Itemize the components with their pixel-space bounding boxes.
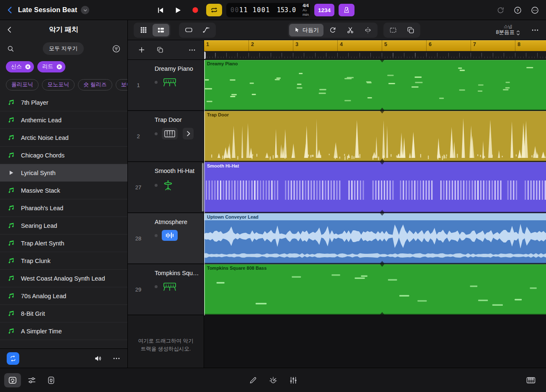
category-pill-1[interactable]: 모노포닉 [42,79,75,90]
patch-item-7th-player[interactable]: 7th Player [0,94,127,111]
audio-waveform-icon[interactable] [162,230,178,241]
patch-item-8-bit-grit[interactable]: 8-Bit Grit [0,305,127,322]
track-lane-27: Smooth Hi-Hat [204,162,546,213]
remove-filter-icon[interactable] [56,63,63,70]
tempo-display[interactable]: 153.0 [277,6,296,14]
panel-back-button[interactable] [6,26,13,34]
remove-filter-icon[interactable] [24,63,31,70]
replace-patch-button[interactable] [7,352,19,365]
skip-to-start-button[interactable] [153,6,167,15]
music-note-icon [7,292,15,300]
patch-item-pharaoh-s-lead[interactable]: Pharaoh's Lead [0,199,127,217]
plugins-button[interactable] [43,373,60,387]
grid-view-button[interactable] [135,24,152,36]
patch-item-arctic-noise-lead[interactable]: Arctic Noise Lead [0,129,127,147]
volume-icon[interactable] [94,354,103,363]
redo-button[interactable] [496,6,505,15]
track-header-smooth-hi-hat[interactable]: 27 Smooth Hi-Hat [128,162,204,213]
help-button[interactable]: ? [513,6,522,15]
mixer-button[interactable] [23,373,40,387]
trim-tool-button[interactable]: 다듬기 [289,24,323,36]
automation-curve-icon [202,26,211,34]
add-track-button[interactable] [138,46,145,54]
pencil-tool-button[interactable] [245,373,261,387]
tuner-button[interactable] [265,373,282,387]
copy-tool-button[interactable] [402,24,419,36]
ellipsis-icon [531,26,539,34]
patch-item-lyrical-synth[interactable]: Lyrical Synth [0,164,127,182]
snap-control[interactable]: 스냅 8분음표 [496,24,520,36]
region-uptown-conveyor-lead[interactable]: Uptown Conveyor Lead [204,213,546,263]
back-button[interactable] [6,6,14,14]
keyboard-button[interactable] [523,373,539,387]
region-dreamy-piano[interactable]: Dreamy Piano [204,60,546,110]
cycle-range[interactable]: 12345678 [204,40,546,51]
patch-item-chicago-chords[interactable]: Chicago Chords [0,147,127,164]
track-scrollbar[interactable] [202,163,204,211]
count-in-button[interactable]: 1234 [314,4,334,16]
music-note-icon [7,239,15,247]
region-trap-door[interactable]: Trap Door [204,111,546,161]
metronome-button[interactable] [339,4,355,16]
timeline-ruler[interactable]: 12345678 [204,40,546,60]
duplicate-track-button[interactable] [156,46,164,54]
patch-item-70s-analog-lead[interactable]: 70s Analog Lead [0,287,127,305]
keyboard-icon[interactable] [162,128,178,139]
track-name: Smooth Hi-Hat [155,168,202,174]
loop-marker [380,264,384,267]
split-tool-button[interactable] [342,24,359,36]
automation-button[interactable] [198,24,215,36]
edit-tools-group: 다듬기 [288,23,378,38]
category-pill-0[interactable]: 폴리포닉 [6,79,39,90]
marquee-tool-button[interactable] [385,24,401,36]
track-header-atmosphere[interactable]: 28 Atmosphere [128,213,204,264]
filter-icon[interactable] [112,44,121,53]
patch-item-west-coast-analog-synth-lead[interactable]: West Coast Analog Synth Lead [0,270,127,287]
patch-item-trap-clunk[interactable]: Trap Clunk [0,252,127,270]
chevron-left-icon [6,26,13,34]
patch-item-trap-alert-synth[interactable]: Trap Alert Synth [0,235,127,252]
editor-toolbar: 다듬기 [128,20,546,40]
playhead-handle[interactable] [204,52,206,59]
region-smooth-hi-hat[interactable]: Smooth Hi-Hat [204,162,546,212]
patch-more-icon[interactable] [112,354,121,363]
track-number: 27 [128,162,149,212]
list-view-button[interactable] [153,24,169,36]
track-header-tompkins-squ[interactable]: 29 Tompkins Squ… [128,264,204,315]
loop-marker [380,213,384,216]
region-display-button[interactable] [180,24,197,36]
arrange-area: 다듬기 [128,20,546,368]
track-header-trap-door[interactable]: 2 Trap Door [128,111,204,162]
browser-toggle-button[interactable] [4,373,21,387]
track-header-dreamy-piano[interactable]: 1 Dreamy Piano [128,60,204,111]
more-button[interactable] [530,6,539,15]
patch-item-massive-stack[interactable]: Massive Stack [0,182,127,199]
track-controls-button[interactable] [285,373,302,387]
filter-tag-1[interactable]: 리드 [37,61,65,72]
track-number: 1 [128,60,149,110]
piano-icon [162,281,178,292]
expand-track-button[interactable] [183,128,194,139]
signature-display[interactable]: 4/4 A♭ min [303,3,309,17]
track-more-button[interactable] [188,46,196,54]
region-tompkins-square-808-bass[interactable]: Tompkins Square 808 Bass [204,264,546,315]
record-button[interactable] [189,6,202,14]
category-pill-3[interactable]: 보이싱 [116,79,127,90]
patch-item-searing-lead[interactable]: Searing Lead [0,217,127,235]
content-area: 악기 패치 모두 지우기 신스리드 폴리포닉모노포닉숏 릴리즈보이싱시 7th … [0,20,546,368]
loop-tool-button[interactable] [324,24,341,36]
cycle-button[interactable] [206,4,222,16]
patch-item-anthemic-lead[interactable]: Anthemic Lead [0,111,127,129]
filter-tag-0[interactable]: 신스 [6,61,34,72]
search-icon[interactable] [7,45,15,53]
play-button[interactable] [171,6,184,15]
project-menu-button[interactable] [81,6,89,14]
clear-all-button[interactable]: 모두 지우기 [43,42,84,55]
playhead[interactable] [204,60,205,315]
ellipsis-icon [530,6,539,15]
lcd-display[interactable]: 0011 1001 153.0 4/4 A♭ min [226,3,310,17]
patch-item-a-simpler-time[interactable]: A Simpler Time [0,322,127,340]
editor-more-button[interactable] [531,26,539,34]
category-pill-2[interactable]: 숏 릴리즈 [78,79,112,90]
divide-tool-button[interactable] [360,24,376,36]
